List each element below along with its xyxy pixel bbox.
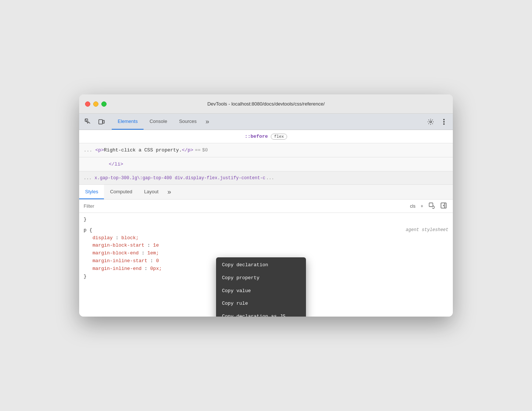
titlebar: DevTools - localhost:8080/docs/devtools/…: [79, 94, 453, 114]
agent-stylesheet-comment: agent stylesheet: [406, 227, 448, 234]
context-menu-copy-declaration-js[interactable]: Copy declaration as JS: [216, 310, 306, 317]
settings-icon[interactable]: [425, 116, 437, 128]
dom-tag-open: <p>: [95, 147, 104, 153]
tab-styles[interactable]: Styles: [79, 185, 104, 199]
context-menu: Copy declaration Copy property Copy valu…: [216, 257, 306, 317]
context-menu-copy-declaration[interactable]: Copy declaration: [216, 259, 306, 272]
breadcrumb-item-1[interactable]: x.gap-top-300.lg\:gap-top-400: [95, 176, 172, 181]
filter-input[interactable]: [84, 203, 405, 209]
paint-button[interactable]: [427, 201, 437, 211]
toggle-sidebar-button[interactable]: [439, 201, 448, 211]
tabs-more-button[interactable]: »: [203, 114, 212, 130]
svg-point-6: [444, 123, 444, 124]
tab-elements[interactable]: Elements: [112, 114, 144, 130]
css-value-mbs: 1e: [153, 243, 159, 248]
dom-li-close: </li>: [109, 161, 123, 167]
css-prop-mbs: margin-block-start: [92, 243, 144, 248]
close-button[interactable]: [85, 101, 90, 107]
tab-layout[interactable]: Layout: [138, 185, 164, 199]
device-icon[interactable]: [95, 116, 107, 128]
close-brace-empty: }: [84, 217, 87, 222]
traffic-lights: [85, 101, 107, 107]
css-value-mbe: 1em;: [147, 250, 159, 256]
breadcrumb-bar: ... x.gap-top-300.lg\:gap-top-400 div.di…: [79, 171, 453, 185]
filter-actions: cls +: [408, 201, 448, 211]
css-prop-display: display: [92, 235, 113, 241]
css-decl-display: display : block;: [92, 234, 448, 242]
dom-li-close-line: </li>: [79, 157, 453, 171]
breadcrumb-item-2[interactable]: div.display-flex.justify-content-c: [175, 176, 265, 181]
dom-ellipsis: ...: [84, 147, 92, 153]
more-options-icon[interactable]: [438, 116, 450, 128]
css-decl-margin-block-start: margin-block-start : 1e: [92, 242, 448, 250]
context-menu-copy-rule[interactable]: Copy rule: [216, 297, 306, 310]
css-decl-margin-block-end: margin-block-end : 1em;: [92, 250, 448, 257]
css-value-display: block;: [121, 235, 139, 241]
empty-brace-line: }: [84, 216, 448, 224]
css-value-mie: 0px;: [150, 266, 162, 271]
css-prop-mis: margin-inline-start: [92, 258, 147, 264]
css-content: } p { agent stylesheet display : block; …: [79, 213, 453, 317]
minimize-button[interactable]: [93, 101, 98, 107]
css-selector: p {: [84, 227, 92, 233]
svg-rect-2: [103, 120, 104, 123]
maximize-button[interactable]: [101, 101, 107, 107]
css-prop-mbe: margin-block-end: [92, 250, 139, 256]
tab-console[interactable]: Console: [144, 114, 173, 130]
tab-sources[interactable]: Sources: [173, 114, 203, 130]
dom-equals: ==: [195, 147, 201, 153]
style-tabs-more[interactable]: »: [164, 185, 174, 199]
devtools-window: DevTools - localhost:8080/docs/devtools/…: [79, 94, 453, 317]
style-tabs: Styles Computed Layout »: [79, 185, 453, 200]
dom-dollar: $0: [202, 147, 208, 153]
elements-bar: ::before flex: [79, 130, 453, 143]
tab-computed[interactable]: Computed: [104, 185, 138, 199]
close-brace-rule: }: [84, 274, 87, 279]
svg-point-5: [444, 121, 444, 122]
filter-bar: cls +: [79, 200, 453, 213]
dom-text-content: Right-click a CSS property.: [104, 147, 182, 153]
svg-point-3: [430, 121, 432, 123]
dom-line: ... <p> Right-click a CSS property. </p>…: [79, 143, 453, 157]
context-menu-copy-property[interactable]: Copy property: [216, 272, 306, 285]
svg-point-4: [444, 119, 444, 120]
breadcrumb-end-ellipsis: ...: [266, 176, 274, 181]
tools-left: [82, 114, 107, 130]
css-rule-selector-line: p { agent stylesheet: [84, 227, 448, 234]
pseudo-element-label: ::before: [245, 134, 268, 139]
window-title: DevTools - localhost:8080/docs/devtools/…: [207, 101, 324, 107]
cls-button[interactable]: cls: [408, 203, 417, 210]
add-rule-button[interactable]: +: [419, 203, 425, 210]
svg-rect-1: [99, 120, 102, 124]
tools-right: [425, 114, 450, 130]
context-menu-copy-value[interactable]: Copy value: [216, 285, 306, 298]
breadcrumb-ellipsis: ...: [84, 176, 92, 181]
devtools-tabs: Elements Console Sources »: [79, 114, 453, 130]
svg-rect-7: [429, 203, 433, 207]
flex-badge: flex: [271, 134, 287, 140]
dom-tag-close: </p>: [182, 147, 193, 153]
css-value-mis: 0: [156, 258, 159, 264]
css-prop-mie: margin-inline-end: [92, 266, 142, 271]
inspector-icon[interactable]: [82, 116, 94, 128]
